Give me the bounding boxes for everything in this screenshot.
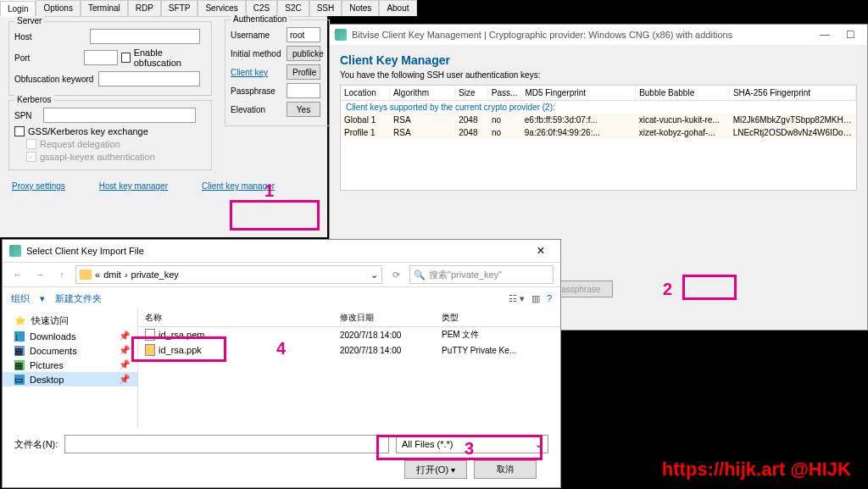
- help-icon[interactable]: ?: [547, 293, 552, 304]
- preview-button[interactable]: ▥: [531, 293, 540, 304]
- obfkw-input[interactable]: [98, 71, 200, 86]
- minimize-button[interactable]: —: [813, 26, 837, 43]
- passphrase-input[interactable]: [287, 83, 320, 98]
- back-button[interactable]: ←: [9, 266, 26, 283]
- search-input[interactable]: 🔍搜索"private_key": [409, 265, 554, 284]
- spn-input[interactable]: [43, 108, 196, 123]
- reqdel-label: Request delegation: [40, 139, 120, 149]
- sidebar-item-desktop[interactable]: ▭Desktop📌: [3, 372, 137, 386]
- app-icon: [335, 29, 347, 41]
- breadcrumb[interactable]: « dmit› private_key ⌄: [75, 265, 382, 284]
- tab-options[interactable]: Options: [36, 0, 80, 16]
- tab-rdp[interactable]: RDP: [128, 0, 161, 16]
- pin-icon: 📌: [119, 331, 131, 342]
- sidebar-item-documents[interactable]: ▦Documents📌: [3, 343, 137, 358]
- col-md5[interactable]: MD5 Fingerprint: [521, 86, 636, 100]
- col-name[interactable]: 名称: [138, 309, 333, 326]
- initmethod-select[interactable]: publicke: [287, 46, 320, 61]
- col-algorithm[interactable]: Algorithm: [390, 86, 455, 100]
- reqdel-checkbox: [26, 139, 36, 149]
- view-button[interactable]: ☷ ▾: [509, 293, 525, 304]
- tab-about[interactable]: About: [379, 0, 416, 16]
- auth-panel: Authentication Username Initial methodpu…: [220, 15, 326, 131]
- host-label: Host: [14, 32, 86, 42]
- keymgr-titlebar: Bitvise Client Key Management | Cryptogr…: [330, 25, 867, 45]
- sidebar-item-pictures[interactable]: ▦Pictures📌: [3, 358, 137, 372]
- username-label: Username: [231, 31, 283, 40]
- elevation-select[interactable]: Yes: [287, 102, 320, 117]
- tab-notes[interactable]: Notes: [342, 0, 379, 16]
- spn-label: SPN: [14, 111, 40, 120]
- server-group: Server Host Port Enable obfuscation Obfu…: [8, 21, 212, 96]
- port-label: Port: [14, 53, 81, 63]
- forward-button[interactable]: →: [31, 266, 48, 283]
- elevation-label: Elevation: [231, 105, 283, 114]
- dialog-title: Select Client Key Import File: [26, 246, 144, 256]
- tab-ssh[interactable]: SSH: [309, 0, 342, 16]
- new-folder-button[interactable]: 新建文件夹: [55, 292, 102, 305]
- keymgr-heading: Client Key Manager: [340, 53, 857, 67]
- file-open-dialog: Select Client Key Import File × ← → ↑ « …: [2, 239, 561, 488]
- file-row[interactable]: id_rsa.pem 2020/7/18 14:00 PEM 文件: [138, 327, 560, 342]
- initmethod-label: Initial method: [231, 49, 283, 58]
- table-row[interactable]: Global 1 RSA 2048 no e6:fb:ff:59:3d:07:f…: [341, 114, 856, 126]
- keymgr-title: Bitvise Client Key Management | Cryptogr…: [352, 30, 732, 40]
- sidebar: ⭐快速访问 ↓Downloads📌 ▦Documents📌 ▦Pictures📌…: [3, 309, 138, 428]
- open-button[interactable]: 打开(O) ▾: [404, 460, 467, 479]
- filename-label: 文件名(N):: [14, 438, 58, 451]
- key-table: Location Algorithm Size Pass... MD5 Fing…: [340, 85, 857, 191]
- file-icon: [145, 344, 155, 356]
- col-date[interactable]: 修改日期: [333, 309, 435, 326]
- clientkey-link[interactable]: Client key: [231, 68, 283, 77]
- host-key-manager-link[interactable]: Host key manager: [99, 181, 168, 191]
- obfuscation-label: Enable obfuscation: [134, 47, 206, 68]
- gssapi-label: gssapi-keyex authentication: [40, 152, 155, 162]
- tab-terminal[interactable]: Terminal: [81, 0, 128, 16]
- file-row[interactable]: id_rsa.ppk 2020/7/18 14:00 PuTTY Private…: [138, 342, 560, 358]
- annotation-1: 1: [264, 181, 274, 201]
- tab-sftp[interactable]: SFTP: [161, 0, 198, 16]
- tab-login[interactable]: Login: [0, 1, 36, 17]
- annotation-2: 2: [663, 280, 672, 299]
- pin-icon: 📌: [119, 374, 131, 385]
- pin-icon: 📌: [119, 359, 131, 370]
- col-pass[interactable]: Pass...: [488, 86, 522, 100]
- passphrase-label: Passphrase: [231, 86, 283, 96]
- gss-checkbox[interactable]: [14, 126, 25, 136]
- gss-label: GSS/Kerberos key exchange: [28, 126, 148, 136]
- gssapi-checkbox: [26, 152, 36, 162]
- file-icon: [145, 329, 155, 341]
- keymgr-subtitle: You have the following SSH user authenti…: [340, 70, 857, 80]
- host-input[interactable]: [90, 29, 200, 44]
- sidebar-item-downloads[interactable]: ↓Downloads📌: [3, 329, 137, 343]
- search-icon: 🔍: [414, 270, 426, 281]
- username-input[interactable]: [287, 27, 320, 42]
- file-list: 名称 修改日期 类型 id_rsa.pem 2020/7/18 14:00 PE…: [138, 309, 560, 428]
- col-location[interactable]: Location: [341, 86, 390, 100]
- key-table-section: Client keys supported by the current cry…: [341, 101, 856, 114]
- auth-group-title: Authentication: [231, 14, 289, 24]
- col-type[interactable]: 类型: [435, 309, 537, 326]
- col-size[interactable]: Size: [455, 86, 488, 100]
- clientkey-select[interactable]: Profile: [287, 64, 320, 80]
- cancel-button[interactable]: 取消: [474, 460, 537, 479]
- up-button[interactable]: ↑: [53, 266, 70, 283]
- obfuscation-checkbox[interactable]: [121, 53, 131, 63]
- port-input[interactable]: [84, 50, 118, 65]
- filename-input[interactable]: [64, 435, 389, 453]
- dialog-icon: [9, 245, 21, 257]
- pin-icon: 📌: [119, 345, 131, 356]
- organize-menu[interactable]: 组织: [11, 292, 30, 305]
- kerberos-group: Kerberos SPN GSS/Kerberos key exchange R…: [8, 100, 212, 170]
- refresh-button[interactable]: ⟳: [387, 266, 404, 283]
- close-icon[interactable]: ×: [528, 243, 554, 258]
- folder-icon: [80, 270, 92, 280]
- watermark: https://hijk.art @HIJK: [662, 458, 851, 481]
- maximize-button[interactable]: ☐: [838, 26, 862, 43]
- sidebar-item-quick-access[interactable]: ⭐快速访问: [3, 313, 137, 329]
- kerberos-group-title: Kerberos: [14, 95, 54, 104]
- col-bubble[interactable]: Bubble Babble: [636, 86, 730, 100]
- table-row[interactable]: Profile 1 RSA 2048 no 9a:26:0f:94:99:26:…: [341, 126, 856, 139]
- col-sha[interactable]: SHA-256 Fingerprint: [730, 86, 856, 100]
- proxy-settings-link[interactable]: Proxy settings: [12, 181, 65, 191]
